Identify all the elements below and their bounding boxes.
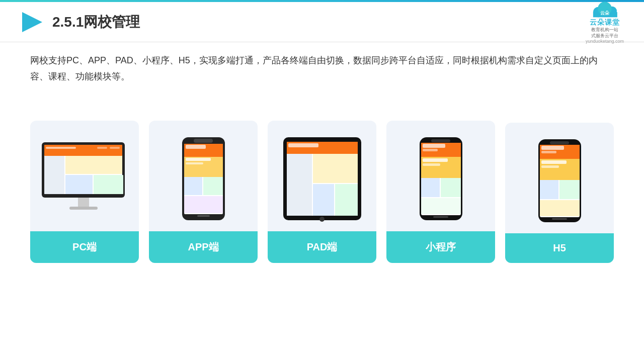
card-miniprogram-label: 小程序	[386, 231, 495, 263]
card-app-label: APP端	[149, 231, 258, 263]
svg-rect-61	[541, 165, 559, 168]
svg-rect-12	[65, 175, 93, 194]
svg-rect-26	[186, 162, 203, 164]
svg-rect-14	[78, 198, 89, 207]
brand-name: 云朵课堂	[590, 18, 620, 27]
header: 2.5.1网校管理 云朵 云朵课堂 教育机构一站式服务云平台 yunduoket…	[0, 2, 644, 42]
card-pad[interactable]: PAD端	[268, 121, 376, 263]
svg-rect-47	[423, 158, 448, 162]
h5-phone-icon	[536, 137, 584, 225]
card-h5[interactable]: H5	[505, 123, 614, 263]
svg-rect-65	[552, 218, 567, 220]
svg-rect-30	[197, 215, 210, 217]
svg-rect-23	[186, 145, 206, 149]
svg-rect-60	[541, 160, 567, 164]
svg-rect-63	[559, 180, 580, 199]
miniprogram-phone-icon	[417, 135, 465, 223]
pc-monitor-icon	[37, 140, 132, 218]
brand-logo: 云朵 云朵课堂 教育机构一站式服务云平台 yunduoketang.com	[586, 0, 624, 44]
svg-rect-17	[97, 147, 107, 149]
svg-rect-35	[287, 154, 312, 216]
svg-rect-44	[423, 144, 445, 148]
svg-rect-13	[94, 175, 123, 194]
svg-rect-34	[288, 143, 318, 147]
svg-rect-29	[184, 196, 223, 213]
svg-rect-48	[423, 163, 440, 166]
svg-rect-57	[541, 146, 564, 150]
card-miniprogram[interactable]: 小程序	[386, 121, 495, 263]
svg-rect-18	[110, 147, 120, 149]
svg-rect-16	[46, 147, 76, 149]
card-miniprogram-image	[386, 121, 495, 231]
card-pc[interactable]: PC端	[30, 121, 139, 263]
svg-rect-58	[541, 151, 556, 153]
description-text: 网校支持PC、APP、PAD、小程序、H5，实现多端打通，产品各终端自由切换，数…	[30, 52, 614, 85]
svg-rect-15	[69, 207, 98, 210]
svg-rect-11	[65, 156, 122, 174]
svg-rect-21	[194, 139, 213, 143]
svg-rect-28	[203, 177, 223, 195]
svg-point-39	[319, 217, 325, 222]
svg-marker-0	[22, 12, 42, 32]
svg-rect-45	[423, 149, 438, 151]
logo-icon	[20, 10, 44, 34]
card-pc-image	[30, 121, 139, 231]
card-app[interactable]: APP端	[149, 121, 258, 263]
svg-rect-27	[184, 177, 202, 195]
svg-text:云朵: 云朵	[600, 11, 610, 16]
svg-rect-37	[313, 184, 334, 216]
pad-tablet-icon	[281, 135, 364, 223]
svg-rect-62	[540, 180, 558, 199]
svg-rect-49	[421, 178, 440, 197]
svg-rect-52	[433, 216, 448, 218]
svg-rect-10	[44, 156, 64, 194]
card-h5-image	[505, 123, 614, 233]
card-pad-label: PAD端	[268, 231, 376, 263]
brand-subtitle: 教育机构一站式服务云平台	[591, 27, 618, 39]
card-h5-label: H5	[505, 233, 614, 263]
svg-rect-9	[44, 145, 122, 156]
svg-rect-50	[441, 178, 461, 197]
svg-rect-25	[186, 158, 211, 161]
card-app-image	[149, 121, 258, 231]
card-pad-image	[268, 121, 376, 231]
svg-rect-55	[550, 141, 569, 144]
card-pc-label: PC端	[30, 231, 139, 263]
brand-domain: yunduoketang.com	[586, 39, 624, 44]
svg-rect-36	[313, 154, 358, 183]
page-title: 2.5.1网校管理	[52, 13, 140, 32]
svg-rect-51	[421, 198, 461, 214]
svg-rect-42	[431, 139, 450, 142]
brand-cloud-icon: 云朵	[590, 0, 620, 18]
svg-rect-38	[335, 184, 358, 216]
app-phone-icon	[180, 135, 227, 223]
svg-rect-64	[540, 200, 580, 216]
cards-container: PC端	[30, 121, 614, 263]
